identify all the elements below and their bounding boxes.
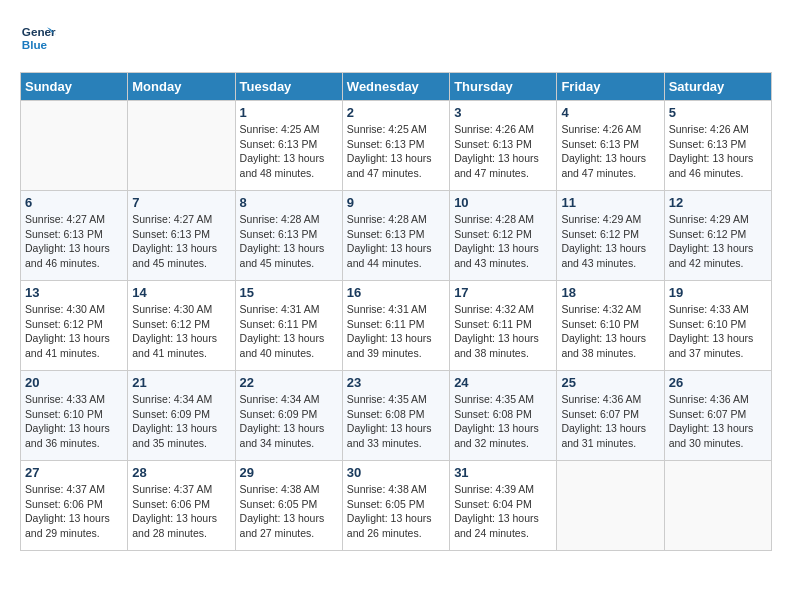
day-detail: Sunrise: 4:31 AM Sunset: 6:11 PM Dayligh… (347, 302, 445, 361)
day-number: 28 (132, 465, 230, 480)
calendar-cell: 28Sunrise: 4:37 AM Sunset: 6:06 PM Dayli… (128, 461, 235, 551)
day-number: 23 (347, 375, 445, 390)
day-detail: Sunrise: 4:27 AM Sunset: 6:13 PM Dayligh… (25, 212, 123, 271)
calendar-cell: 18Sunrise: 4:32 AM Sunset: 6:10 PM Dayli… (557, 281, 664, 371)
col-header-saturday: Saturday (664, 73, 771, 101)
calendar-cell: 23Sunrise: 4:35 AM Sunset: 6:08 PM Dayli… (342, 371, 449, 461)
week-row-2: 6Sunrise: 4:27 AM Sunset: 6:13 PM Daylig… (21, 191, 772, 281)
col-header-tuesday: Tuesday (235, 73, 342, 101)
day-detail: Sunrise: 4:29 AM Sunset: 6:12 PM Dayligh… (561, 212, 659, 271)
col-header-wednesday: Wednesday (342, 73, 449, 101)
header-row: SundayMondayTuesdayWednesdayThursdayFrid… (21, 73, 772, 101)
day-detail: Sunrise: 4:39 AM Sunset: 6:04 PM Dayligh… (454, 482, 552, 541)
calendar-cell: 5Sunrise: 4:26 AM Sunset: 6:13 PM Daylig… (664, 101, 771, 191)
day-detail: Sunrise: 4:37 AM Sunset: 6:06 PM Dayligh… (132, 482, 230, 541)
svg-text:Blue: Blue (22, 38, 48, 51)
day-number: 9 (347, 195, 445, 210)
day-number: 30 (347, 465, 445, 480)
logo: General Blue (20, 20, 56, 56)
col-header-sunday: Sunday (21, 73, 128, 101)
day-number: 5 (669, 105, 767, 120)
calendar-cell (664, 461, 771, 551)
day-number: 24 (454, 375, 552, 390)
day-number: 8 (240, 195, 338, 210)
day-detail: Sunrise: 4:32 AM Sunset: 6:11 PM Dayligh… (454, 302, 552, 361)
day-number: 12 (669, 195, 767, 210)
page-header: General Blue (20, 20, 772, 56)
day-number: 6 (25, 195, 123, 210)
day-number: 1 (240, 105, 338, 120)
calendar-cell: 30Sunrise: 4:38 AM Sunset: 6:05 PM Dayli… (342, 461, 449, 551)
day-detail: Sunrise: 4:30 AM Sunset: 6:12 PM Dayligh… (25, 302, 123, 361)
day-detail: Sunrise: 4:35 AM Sunset: 6:08 PM Dayligh… (347, 392, 445, 451)
day-number: 15 (240, 285, 338, 300)
day-number: 31 (454, 465, 552, 480)
day-detail: Sunrise: 4:28 AM Sunset: 6:13 PM Dayligh… (240, 212, 338, 271)
day-number: 17 (454, 285, 552, 300)
calendar-cell: 13Sunrise: 4:30 AM Sunset: 6:12 PM Dayli… (21, 281, 128, 371)
week-row-4: 20Sunrise: 4:33 AM Sunset: 6:10 PM Dayli… (21, 371, 772, 461)
calendar-cell: 24Sunrise: 4:35 AM Sunset: 6:08 PM Dayli… (450, 371, 557, 461)
calendar-cell: 20Sunrise: 4:33 AM Sunset: 6:10 PM Dayli… (21, 371, 128, 461)
calendar-cell: 15Sunrise: 4:31 AM Sunset: 6:11 PM Dayli… (235, 281, 342, 371)
calendar-cell: 1Sunrise: 4:25 AM Sunset: 6:13 PM Daylig… (235, 101, 342, 191)
day-detail: Sunrise: 4:26 AM Sunset: 6:13 PM Dayligh… (454, 122, 552, 181)
calendar-table: SundayMondayTuesdayWednesdayThursdayFrid… (20, 72, 772, 551)
day-number: 19 (669, 285, 767, 300)
day-number: 11 (561, 195, 659, 210)
day-detail: Sunrise: 4:33 AM Sunset: 6:10 PM Dayligh… (25, 392, 123, 451)
day-number: 2 (347, 105, 445, 120)
day-number: 27 (25, 465, 123, 480)
day-detail: Sunrise: 4:25 AM Sunset: 6:13 PM Dayligh… (347, 122, 445, 181)
calendar-cell: 19Sunrise: 4:33 AM Sunset: 6:10 PM Dayli… (664, 281, 771, 371)
col-header-friday: Friday (557, 73, 664, 101)
week-row-5: 27Sunrise: 4:37 AM Sunset: 6:06 PM Dayli… (21, 461, 772, 551)
day-number: 21 (132, 375, 230, 390)
day-number: 18 (561, 285, 659, 300)
calendar-cell (128, 101, 235, 191)
calendar-cell: 9Sunrise: 4:28 AM Sunset: 6:13 PM Daylig… (342, 191, 449, 281)
day-number: 22 (240, 375, 338, 390)
day-detail: Sunrise: 4:28 AM Sunset: 6:12 PM Dayligh… (454, 212, 552, 271)
calendar-cell: 16Sunrise: 4:31 AM Sunset: 6:11 PM Dayli… (342, 281, 449, 371)
calendar-cell: 8Sunrise: 4:28 AM Sunset: 6:13 PM Daylig… (235, 191, 342, 281)
day-number: 13 (25, 285, 123, 300)
day-detail: Sunrise: 4:38 AM Sunset: 6:05 PM Dayligh… (240, 482, 338, 541)
calendar-cell: 22Sunrise: 4:34 AM Sunset: 6:09 PM Dayli… (235, 371, 342, 461)
calendar-cell: 27Sunrise: 4:37 AM Sunset: 6:06 PM Dayli… (21, 461, 128, 551)
calendar-cell (21, 101, 128, 191)
day-number: 25 (561, 375, 659, 390)
calendar-cell: 10Sunrise: 4:28 AM Sunset: 6:12 PM Dayli… (450, 191, 557, 281)
day-detail: Sunrise: 4:32 AM Sunset: 6:10 PM Dayligh… (561, 302, 659, 361)
day-detail: Sunrise: 4:33 AM Sunset: 6:10 PM Dayligh… (669, 302, 767, 361)
day-number: 16 (347, 285, 445, 300)
day-number: 14 (132, 285, 230, 300)
calendar-cell: 11Sunrise: 4:29 AM Sunset: 6:12 PM Dayli… (557, 191, 664, 281)
calendar-cell (557, 461, 664, 551)
col-header-monday: Monday (128, 73, 235, 101)
logo-icon: General Blue (20, 20, 56, 56)
day-number: 26 (669, 375, 767, 390)
day-detail: Sunrise: 4:27 AM Sunset: 6:13 PM Dayligh… (132, 212, 230, 271)
day-detail: Sunrise: 4:38 AM Sunset: 6:05 PM Dayligh… (347, 482, 445, 541)
day-detail: Sunrise: 4:25 AM Sunset: 6:13 PM Dayligh… (240, 122, 338, 181)
calendar-cell: 12Sunrise: 4:29 AM Sunset: 6:12 PM Dayli… (664, 191, 771, 281)
calendar-cell: 21Sunrise: 4:34 AM Sunset: 6:09 PM Dayli… (128, 371, 235, 461)
day-detail: Sunrise: 4:36 AM Sunset: 6:07 PM Dayligh… (669, 392, 767, 451)
day-detail: Sunrise: 4:28 AM Sunset: 6:13 PM Dayligh… (347, 212, 445, 271)
day-detail: Sunrise: 4:35 AM Sunset: 6:08 PM Dayligh… (454, 392, 552, 451)
calendar-cell: 17Sunrise: 4:32 AM Sunset: 6:11 PM Dayli… (450, 281, 557, 371)
day-number: 20 (25, 375, 123, 390)
day-detail: Sunrise: 4:36 AM Sunset: 6:07 PM Dayligh… (561, 392, 659, 451)
calendar-cell: 29Sunrise: 4:38 AM Sunset: 6:05 PM Dayli… (235, 461, 342, 551)
calendar-cell: 14Sunrise: 4:30 AM Sunset: 6:12 PM Dayli… (128, 281, 235, 371)
calendar-cell: 25Sunrise: 4:36 AM Sunset: 6:07 PM Dayli… (557, 371, 664, 461)
week-row-3: 13Sunrise: 4:30 AM Sunset: 6:12 PM Dayli… (21, 281, 772, 371)
day-detail: Sunrise: 4:37 AM Sunset: 6:06 PM Dayligh… (25, 482, 123, 541)
calendar-cell: 31Sunrise: 4:39 AM Sunset: 6:04 PM Dayli… (450, 461, 557, 551)
day-detail: Sunrise: 4:26 AM Sunset: 6:13 PM Dayligh… (561, 122, 659, 181)
calendar-cell: 7Sunrise: 4:27 AM Sunset: 6:13 PM Daylig… (128, 191, 235, 281)
calendar-cell: 4Sunrise: 4:26 AM Sunset: 6:13 PM Daylig… (557, 101, 664, 191)
calendar-cell: 2Sunrise: 4:25 AM Sunset: 6:13 PM Daylig… (342, 101, 449, 191)
col-header-thursday: Thursday (450, 73, 557, 101)
